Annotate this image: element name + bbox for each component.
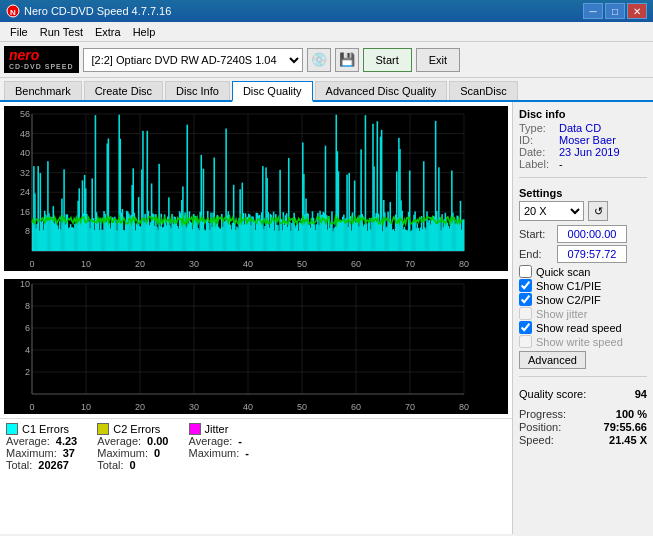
date-row: Date: 23 Jun 2019: [519, 146, 647, 158]
toolbar: nero CD·DVD SPEED [2:2] Optiarc DVD RW A…: [0, 42, 653, 78]
bottom-chart: [4, 279, 508, 414]
show-write-speed-label: Show write speed: [536, 336, 623, 348]
quality-score-label: Quality score:: [519, 388, 586, 400]
show-c1pie-checkbox[interactable]: [519, 279, 532, 292]
tab-disc-info[interactable]: Disc Info: [165, 81, 230, 100]
start-field-row: Start:: [519, 225, 647, 243]
menu-file[interactable]: File: [4, 24, 34, 40]
c2-total-label: Total:: [97, 459, 123, 471]
quick-scan-checkbox[interactable]: [519, 265, 532, 278]
right-panel: Disc info Type: Data CD ID: Moser Baer D…: [513, 102, 653, 534]
save-icon[interactable]: 💾: [335, 48, 359, 72]
c1-max-label: Maximum:: [6, 447, 57, 459]
c1-color: [6, 423, 18, 435]
show-c2pif-checkbox[interactable]: [519, 293, 532, 306]
drive-select[interactable]: [2:2] Optiarc DVD RW AD-7240S 1.04: [83, 48, 303, 72]
show-c2pif-row: Show C2/PIF: [519, 293, 647, 306]
legend-jitter: Jitter Average:- Maximum:-: [189, 423, 249, 471]
c1-avg-value: 4.23: [56, 435, 77, 447]
exit-button[interactable]: Exit: [416, 48, 460, 72]
jitter-avg-value: -: [238, 435, 242, 447]
speed-value: 21.45 X: [609, 434, 647, 446]
date-label: Date:: [519, 146, 555, 158]
close-button[interactable]: ✕: [627, 3, 647, 19]
jitter-avg-label: Average:: [189, 435, 233, 447]
tab-bar: Benchmark Create Disc Disc Info Disc Qua…: [0, 78, 653, 102]
show-read-speed-label: Show read speed: [536, 322, 622, 334]
minimize-button[interactable]: ─: [583, 3, 603, 19]
legend-c2: C2 Errors Average:0.00 Maximum:0 Total:0: [97, 423, 168, 471]
menu-extra[interactable]: Extra: [89, 24, 127, 40]
quality-score-value: 94: [635, 388, 647, 400]
menu-help[interactable]: Help: [127, 24, 162, 40]
start-button[interactable]: Start: [363, 48, 412, 72]
c2-avg-value: 0.00: [147, 435, 168, 447]
tab-benchmark[interactable]: Benchmark: [4, 81, 82, 100]
show-read-speed-row: Show read speed: [519, 321, 647, 334]
progress-value: 100 %: [616, 408, 647, 420]
show-jitter-row: Show jitter: [519, 307, 647, 320]
svg-text:N: N: [10, 8, 16, 17]
legend-area: C1 Errors Average:4.23 Maximum:37 Total:…: [0, 418, 512, 475]
c1-total-value: 20267: [38, 459, 69, 471]
title-bar: N Nero CD-DVD Speed 4.7.7.16 ─ □ ✕: [0, 0, 653, 22]
c1-avg-label: Average:: [6, 435, 50, 447]
label-value: -: [559, 158, 563, 170]
show-write-speed-checkbox[interactable]: [519, 335, 532, 348]
show-c1pie-row: Show C1/PIE: [519, 279, 647, 292]
c2-max-label: Maximum:: [97, 447, 148, 459]
charts-area: C1 Errors Average:4.23 Maximum:37 Total:…: [0, 102, 513, 534]
advanced-button[interactable]: Advanced: [519, 351, 586, 369]
maximize-button[interactable]: □: [605, 3, 625, 19]
settings-title: Settings: [519, 187, 647, 199]
c1-max-value: 37: [63, 447, 75, 459]
legend-c1: C1 Errors Average:4.23 Maximum:37 Total:…: [6, 423, 77, 471]
menu-run-test[interactable]: Run Test: [34, 24, 89, 40]
disc-icon[interactable]: 💿: [307, 48, 331, 72]
c2-label: C2 Errors: [113, 423, 160, 435]
show-read-speed-checkbox[interactable]: [519, 321, 532, 334]
refresh-button[interactable]: ↺: [588, 201, 608, 221]
show-c1pie-label: Show C1/PIE: [536, 280, 601, 292]
c2-avg-label: Average:: [97, 435, 141, 447]
disc-info-section: Disc info Type: Data CD ID: Moser Baer D…: [519, 108, 647, 170]
show-jitter-checkbox[interactable]: [519, 307, 532, 320]
tab-create-disc[interactable]: Create Disc: [84, 81, 163, 100]
c2-total-value: 0: [130, 459, 136, 471]
speed-row: Speed: 21.45 X: [519, 434, 647, 446]
tab-scan-disc[interactable]: ScanDisc: [449, 81, 517, 100]
end-field-row: End:: [519, 245, 647, 263]
nero-logo: nero CD·DVD SPEED: [4, 46, 79, 73]
progress-label: Progress:: [519, 408, 566, 420]
label-row: Label: -: [519, 158, 647, 170]
title-text: Nero CD-DVD Speed 4.7.7.16: [24, 5, 583, 17]
end-input[interactable]: [557, 245, 627, 263]
start-input[interactable]: [557, 225, 627, 243]
settings-section: Settings 20 X ↺ Start: End: Quick scan: [519, 187, 647, 369]
show-write-speed-row: Show write speed: [519, 335, 647, 348]
jitter-max-value: -: [245, 447, 249, 459]
c2-color: [97, 423, 109, 435]
window-controls[interactable]: ─ □ ✕: [583, 3, 647, 19]
disc-info-title: Disc info: [519, 108, 647, 120]
quick-scan-row: Quick scan: [519, 265, 647, 278]
type-label: Type:: [519, 122, 555, 134]
app-icon: N: [6, 4, 20, 18]
id-value: Moser Baer: [559, 134, 616, 146]
label-label: Label:: [519, 158, 555, 170]
show-c2pif-label: Show C2/PIF: [536, 294, 601, 306]
c1-total-label: Total:: [6, 459, 32, 471]
position-value: 79:55.66: [604, 421, 647, 433]
menu-bar: File Run Test Extra Help: [0, 22, 653, 42]
speed-select[interactable]: 20 X: [519, 201, 584, 221]
c1-label: C1 Errors: [22, 423, 69, 435]
jitter-color: [189, 423, 201, 435]
id-row: ID: Moser Baer: [519, 134, 647, 146]
jitter-label: Jitter: [205, 423, 229, 435]
main-content: C1 Errors Average:4.23 Maximum:37 Total:…: [0, 102, 653, 534]
tab-advanced-disc-quality[interactable]: Advanced Disc Quality: [315, 81, 448, 100]
show-jitter-label: Show jitter: [536, 308, 587, 320]
tab-disc-quality[interactable]: Disc Quality: [232, 81, 313, 102]
speed-row: 20 X ↺: [519, 201, 647, 221]
speed-label: Speed:: [519, 434, 554, 446]
